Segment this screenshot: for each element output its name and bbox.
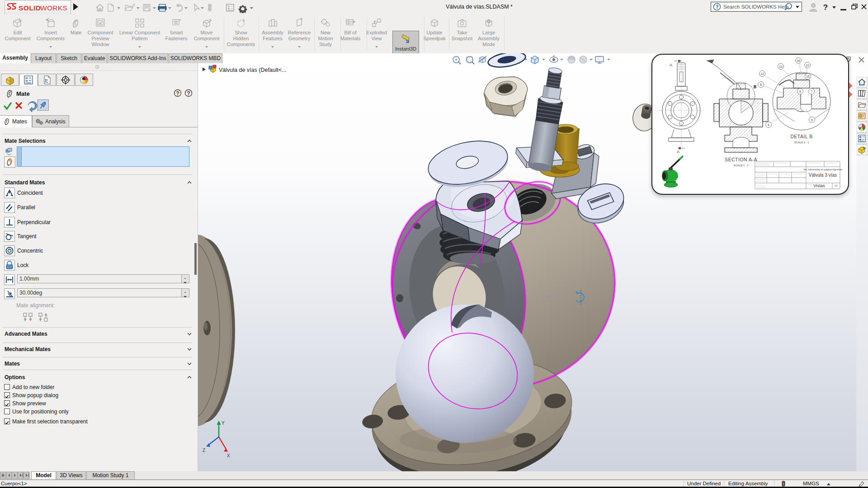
svg-text:X: X (227, 453, 230, 458)
svg-text:Válvula 3 vías: Válvula 3 vías (809, 173, 837, 178)
svg-text:SOLID: SOLID (19, 4, 41, 12)
svg-text:Ver referencias en página sigu: Ver referencias en página siguiente (803, 168, 842, 171)
svg-text:16: 16 (797, 59, 800, 62)
svg-text:?: ? (187, 90, 190, 97)
svg-text:Y: Y (222, 421, 225, 426)
svg-text:A3: A3 (835, 185, 837, 187)
svg-text:9: 9 (799, 90, 801, 93)
svg-text:8: 8 (760, 83, 762, 86)
svg-text:A: A (677, 150, 679, 154)
svg-text:Vistas: Vistas (813, 183, 825, 188)
svg-text:12: 12 (760, 72, 764, 75)
svg-text:Válvula de vías (Default<...: Válvula de vías (Default<... (219, 67, 287, 73)
svg-text:Search SOLIDWORKS Help: Search SOLIDWORKS Help (723, 4, 788, 9)
svg-text:SCALE 1 : 1: SCALE 1 : 1 (733, 164, 749, 167)
svg-text:5: 5 (811, 118, 813, 122)
svg-text:13: 13 (779, 65, 783, 68)
svg-text:SCALE 2 : 1: SCALE 2 : 1 (794, 141, 809, 144)
svg-text:10: 10 (806, 64, 809, 67)
svg-text:15: 15 (806, 75, 810, 78)
svg-text:Z: Z (203, 448, 205, 453)
svg-text:A: A (670, 63, 672, 67)
svg-text:WORKS: WORKS (40, 4, 67, 12)
svg-text:?: ? (716, 4, 719, 9)
svg-text:?: ? (176, 90, 179, 97)
svg-text:?: ? (823, 3, 828, 12)
svg-text:4: 4 (768, 123, 769, 127)
svg-text:SECTION A-A: SECTION A-A (725, 157, 757, 162)
svg-text:7: 7 (811, 90, 812, 93)
svg-text:DETAIL B: DETAIL B (790, 134, 813, 139)
svg-text:B: B (754, 84, 756, 89)
